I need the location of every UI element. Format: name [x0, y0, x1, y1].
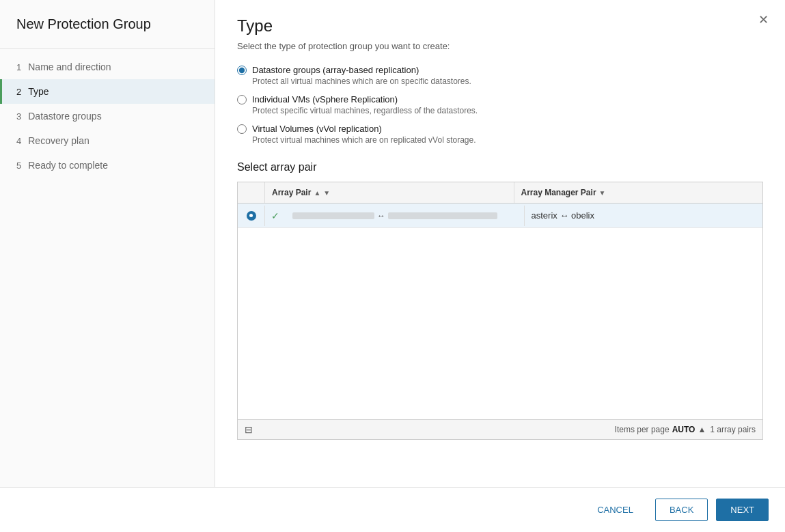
array-pair-table: Array Pair ▲ ▼ Array Manager Pair ▼ [237, 182, 763, 440]
cancel-button[interactable]: CANCEL [583, 499, 647, 520]
radio-text-datastore: Datastore groups (array-based replicatio… [252, 65, 419, 75]
radio-option-vvol: Virtual Volumes (vVol replication) Prote… [237, 124, 763, 145]
close-button[interactable]: ✕ [758, 14, 769, 26]
step-1-label: Name and direction [28, 61, 111, 72]
table-header: Array Pair ▲ ▼ Array Manager Pair ▼ [238, 182, 762, 204]
radio-option-datastore: Datastore groups (array-based replicatio… [237, 65, 763, 86]
items-per-page-chevron-icon[interactable]: ▲ [698, 425, 706, 434]
step-2-num: 2 [16, 87, 21, 97]
radio-label-individual[interactable]: Individual VMs (vSphere Replication) [237, 94, 763, 104]
dialog-footer: CANCEL BACK NEXT [0, 487, 785, 532]
th-manager-pair[interactable]: Array Manager Pair ▼ [514, 182, 763, 203]
radio-input-vvol[interactable] [237, 124, 247, 134]
radio-desc-individual: Protect specific virtual machines, regar… [252, 106, 763, 115]
main-content: ✕ Type Select the type of protection gro… [215, 0, 785, 487]
array-pair-right-value [388, 212, 497, 219]
type-radio-group: Datastore groups (array-based replicatio… [237, 65, 763, 145]
pair-arrow-icon: ↔ [377, 211, 385, 221]
td-radio [238, 206, 265, 226]
footer-right: Items per page AUTO ▲ 1 array pairs [615, 425, 756, 434]
sidebar-item-recovery-plan[interactable]: 4 Recovery plan [0, 128, 215, 153]
radio-desc-datastore: Protect all virtual machines which are o… [252, 76, 763, 86]
radio-input-individual[interactable] [237, 95, 247, 104]
row-selected-indicator [247, 211, 256, 221]
th-array-pair[interactable]: Array Pair ▲ ▼ [265, 182, 514, 203]
table-settings-icon[interactable]: ⊟ [245, 424, 253, 435]
filter-array-pair-icon[interactable]: ▼ [323, 189, 330, 197]
section-title-array-pair: Select array pair [237, 161, 763, 173]
sort-asc-icon[interactable]: ▲ [314, 189, 320, 197]
page-title: Type [237, 16, 763, 36]
sidebar: New Protection Group 1 Name and directio… [0, 0, 215, 487]
th-check [238, 182, 265, 203]
items-per-page: Items per page AUTO ▲ [615, 425, 706, 434]
back-button[interactable]: BACK [655, 499, 708, 521]
th-manager-pair-label: Array Manager Pair [521, 188, 596, 197]
sidebar-item-ready[interactable]: 5 Ready to complete [0, 153, 215, 178]
step-5-num: 5 [16, 160, 21, 171]
table-footer: ⊟ Items per page AUTO ▲ 1 array pairs [238, 419, 762, 439]
dialog-body: New Protection Group 1 Name and directio… [0, 0, 785, 487]
table-row[interactable]: ✓ ↔ asterix ↔ obelix [238, 204, 762, 228]
radio-text-individual: Individual VMs (vSphere Replication) [252, 94, 398, 104]
step-3-num: 3 [16, 111, 21, 122]
total-count: 1 array pairs [710, 425, 756, 434]
sidebar-item-datastore-groups[interactable]: 3 Datastore groups [0, 104, 215, 128]
td-valid-check: ✓ [265, 205, 286, 227]
array-pair-left-value [292, 212, 374, 219]
radio-option-individual: Individual VMs (vSphere Replication) Pro… [237, 94, 763, 115]
table-empty-area [238, 228, 762, 419]
items-per-page-label: Items per page [615, 425, 670, 434]
step-1-num: 1 [16, 62, 21, 72]
radio-input-datastore[interactable] [237, 66, 247, 75]
radio-label-vvol[interactable]: Virtual Volumes (vVol replication) [237, 124, 763, 134]
page-subtitle: Select the type of protection group you … [237, 41, 763, 51]
array-pair-section: Select array pair Array Pair ▲ ▼ Array M… [237, 161, 763, 440]
step-2-label: Type [28, 86, 49, 97]
radio-label-datastore[interactable]: Datastore groups (array-based replicatio… [237, 65, 763, 75]
dialog: New Protection Group 1 Name and directio… [0, 0, 785, 532]
radio-desc-vvol: Protect virtual machines which are on re… [252, 135, 763, 145]
filter-manager-pair-icon[interactable]: ▼ [599, 189, 606, 197]
radio-text-vvol: Virtual Volumes (vVol replication) [252, 124, 382, 134]
step-4-num: 4 [16, 136, 21, 146]
sidebar-title: New Protection Group [0, 16, 215, 49]
step-3-label: Datastore groups [28, 111, 101, 122]
sidebar-item-name-direction[interactable]: 1 Name and direction [0, 55, 215, 79]
td-manager-pair: asterix ↔ obelix [525, 205, 763, 226]
th-array-pair-label: Array Pair [272, 188, 311, 197]
sidebar-item-type[interactable]: 2 Type [0, 79, 215, 104]
step-5-label: Ready to complete [28, 160, 108, 171]
step-4-label: Recovery plan [28, 135, 89, 146]
td-array-pair: ↔ [286, 206, 525, 226]
next-button[interactable]: NEXT [716, 499, 769, 521]
items-per-page-value: AUTO [672, 425, 696, 434]
